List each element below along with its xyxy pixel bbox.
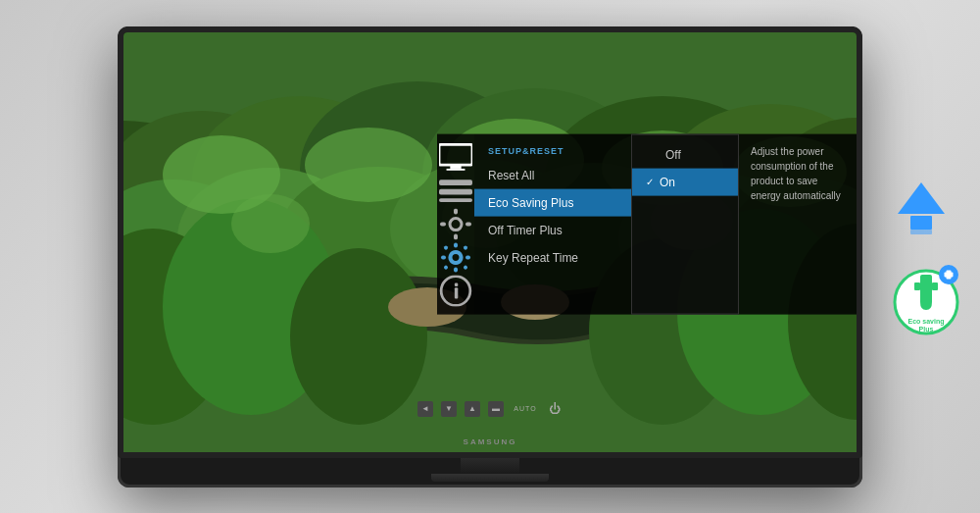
svg-point-30 xyxy=(602,130,723,205)
page-wrapper: SETUP&RESET Reset All Eco Saving Plus Of… xyxy=(0,0,980,513)
ctrl-auto[interactable]: AUTO xyxy=(512,401,539,417)
svg-point-23 xyxy=(501,284,569,320)
svg-point-18 xyxy=(290,248,427,425)
monitor-stand-neck xyxy=(461,458,519,474)
monitor-bezel: SETUP&RESET Reset All Eco Saving Plus Of… xyxy=(118,26,862,458)
right-side-decorations: Eco saving Plus xyxy=(882,182,960,332)
samsung-logo: SAMSUNG xyxy=(464,437,517,446)
svg-point-31 xyxy=(733,136,847,207)
svg-rect-56 xyxy=(920,275,932,292)
ctrl-select[interactable]: ▬ xyxy=(488,401,504,417)
svg-rect-61 xyxy=(947,270,952,279)
ctrl-left[interactable]: ◄ xyxy=(417,401,433,417)
arrow-triangle xyxy=(898,182,945,214)
svg-point-29 xyxy=(447,119,584,201)
arrow-rect2 xyxy=(910,230,932,234)
svg-point-27 xyxy=(163,135,280,214)
svg-text:Plus: Plus xyxy=(919,326,934,333)
svg-rect-58 xyxy=(932,282,938,290)
forest-background: SETUP&RESET Reset All Eco Saving Plus Of… xyxy=(123,32,857,452)
ctrl-down[interactable]: ▼ xyxy=(441,401,457,417)
ctrl-power[interactable]: ⏻ xyxy=(547,401,563,417)
svg-text:Eco saving: Eco saving xyxy=(908,318,945,326)
monitor: SETUP&RESET Reset All Eco Saving Plus Of… xyxy=(118,26,862,487)
monitor-controls: ◄ ▼ ▲ ▬ AUTO ⏻ xyxy=(417,401,563,417)
svg-point-22 xyxy=(388,287,466,327)
ctrl-up[interactable]: ▲ xyxy=(465,401,480,417)
svg-point-28 xyxy=(305,128,432,202)
arrow-rect xyxy=(910,216,932,230)
svg-rect-57 xyxy=(914,282,920,290)
blue-arrow xyxy=(897,182,946,241)
eco-saving-badge: Eco saving Plus xyxy=(882,253,960,332)
monitor-stand-base xyxy=(431,474,549,482)
